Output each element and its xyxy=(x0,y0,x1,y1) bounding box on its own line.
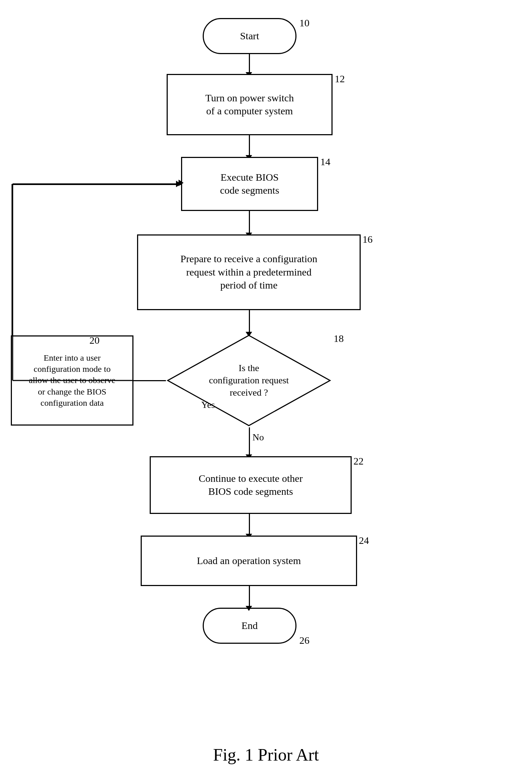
no-label: No xyxy=(252,432,264,443)
yes-label: Yes xyxy=(201,400,215,410)
step20-node: Enter into a userconfiguration mode toal… xyxy=(11,335,133,426)
end-node: End xyxy=(203,608,296,644)
step24-node: Load an operation system xyxy=(141,536,357,586)
step12-node: Turn on power switchof a computer system xyxy=(167,74,333,135)
ref-14: 14 xyxy=(320,156,330,168)
step16-node: Prepare to receive a configurationreques… xyxy=(137,234,361,310)
ref-26: 26 xyxy=(299,635,309,646)
diamond18-node: Is theconfiguration requestreceived ? xyxy=(166,334,332,429)
flowchart-diagram: Start 10 Turn on power switchof a comput… xyxy=(0,0,532,743)
ref-20: 20 xyxy=(89,335,100,346)
ref-12: 12 xyxy=(335,73,345,85)
ref-18: 18 xyxy=(334,333,344,344)
step14-node: Execute BIOScode segments xyxy=(181,157,318,211)
ref-22: 22 xyxy=(353,455,364,467)
figure-caption: Fig. 1 Prior Art xyxy=(0,745,532,765)
step22-node: Continue to execute otherBIOS code segme… xyxy=(150,456,352,514)
start-node: Start xyxy=(203,18,296,54)
ref-16: 16 xyxy=(362,234,373,245)
ref-24: 24 xyxy=(359,535,369,546)
ref-10: 10 xyxy=(299,17,309,29)
